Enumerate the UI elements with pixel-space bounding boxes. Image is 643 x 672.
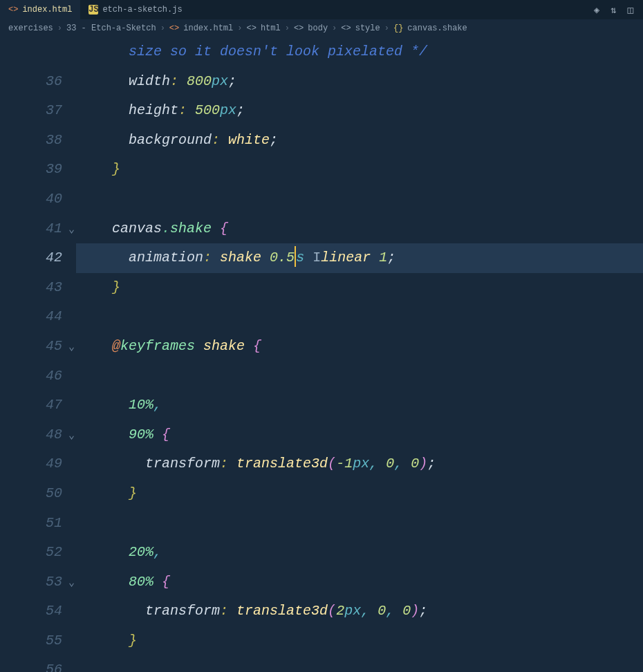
css-func: translate3d bbox=[236, 456, 328, 472]
tab-index-html[interactable]: <> index.html bbox=[0, 0, 80, 19]
css-value: 0 bbox=[378, 603, 386, 619]
crumb[interactable]: exercises bbox=[8, 24, 53, 33]
code-line[interactable] bbox=[76, 655, 643, 672]
chevron-right-icon: › bbox=[384, 24, 389, 33]
line-number: 43 bbox=[0, 273, 62, 303]
line-number: 51 bbox=[0, 509, 62, 539]
fold-chevron-icon[interactable]: ⌄ bbox=[68, 429, 75, 442]
css-prop: transform bbox=[145, 603, 220, 619]
line-number: 37 bbox=[0, 96, 62, 126]
line-number: 50 bbox=[0, 479, 62, 509]
css-value: 2 bbox=[336, 603, 344, 619]
css-prop: height bbox=[129, 102, 178, 118]
css-value: 800 bbox=[187, 73, 212, 89]
css-class: shake bbox=[170, 221, 212, 236]
tab-etch-a-sketch[interactable]: JS etch-a-sketch.js bbox=[80, 0, 190, 19]
tab-label: etch-a-sketch.js bbox=[102, 5, 182, 15]
css-func: translate3d bbox=[236, 603, 328, 619]
css-unit: px bbox=[220, 102, 236, 118]
keyframe-pct: 20% bbox=[129, 544, 153, 560]
line-number: 42 bbox=[0, 243, 62, 273]
html-file-icon: <> bbox=[8, 5, 18, 15]
line-number: 38 bbox=[0, 126, 62, 156]
css-prop: background bbox=[129, 132, 212, 148]
code-line-current[interactable]: animation: shake 0.5s Ilinear 1; bbox=[76, 243, 643, 273]
css-unit: px bbox=[353, 456, 369, 472]
css-value: 0 bbox=[402, 603, 411, 619]
css-value: 0.5 bbox=[270, 250, 295, 265]
css-value: 0 bbox=[386, 456, 394, 472]
css-value: -1 bbox=[336, 456, 353, 472]
at-rule-name: keyframes bbox=[120, 338, 195, 354]
chevron-right-icon: › bbox=[285, 24, 290, 33]
line-number: 41 bbox=[0, 214, 62, 244]
code-line[interactable]: } bbox=[76, 626, 643, 656]
chevron-right-icon: › bbox=[57, 24, 62, 33]
split-editor-icon[interactable]: ◫ bbox=[628, 4, 633, 16]
line-number: 54 bbox=[0, 597, 62, 626]
css-prop: width bbox=[129, 73, 170, 89]
code-line[interactable]: 10%, bbox=[76, 391, 643, 420]
code-line[interactable]: } bbox=[76, 155, 643, 185]
at-rule: @ bbox=[112, 338, 120, 354]
compare-icon[interactable]: ⇅ bbox=[611, 4, 616, 16]
code-line[interactable]: transform: translate3d(-1px, 0, 0); bbox=[76, 449, 643, 479]
crumb[interactable]: canvas.shake bbox=[407, 24, 467, 33]
code-line[interactable]: 80% { bbox=[76, 568, 643, 597]
crumb[interactable]: body bbox=[308, 24, 328, 33]
comment-text: size so it doesn't look pixelated */ bbox=[129, 44, 427, 59]
html-file-icon: <> bbox=[169, 24, 179, 33]
tag-icon: <> bbox=[341, 24, 351, 33]
line-number: 52 bbox=[0, 538, 62, 568]
tab-bar: <> index.html JS etch-a-sketch.js ◈ ⇅ ◫ bbox=[0, 0, 643, 19]
code-line[interactable]: background: white; bbox=[76, 126, 643, 156]
line-number: 56 bbox=[0, 655, 62, 672]
code-line[interactable]: width: 800px; bbox=[76, 67, 643, 97]
crumb[interactable]: style bbox=[355, 24, 380, 33]
code-line[interactable]: canvas.shake { bbox=[76, 214, 643, 244]
css-value: shake bbox=[220, 250, 261, 265]
editor-title-actions: ◈ ⇅ ◫ bbox=[594, 4, 643, 16]
code-line[interactable] bbox=[76, 509, 643, 539]
line-number-gutter: 363738394041⌄42434445⌄464748⌄4950515253⌄… bbox=[0, 37, 76, 672]
code-line[interactable]: height: 500px; bbox=[76, 96, 643, 126]
chevron-right-icon: › bbox=[332, 24, 337, 33]
line-number bbox=[0, 37, 62, 67]
code-line[interactable]: transform: translate3d(2px, 0, 0); bbox=[76, 597, 643, 626]
line-number: 47 bbox=[0, 391, 62, 420]
code-line[interactable]: 20%, bbox=[76, 538, 643, 568]
css-value: 0 bbox=[411, 456, 419, 472]
crumb[interactable]: html bbox=[261, 24, 281, 33]
tab-label: index.html bbox=[22, 5, 72, 15]
crumb[interactable]: 33 - Etch-a-Sketch bbox=[66, 24, 156, 33]
code-line[interactable]: } bbox=[76, 479, 643, 509]
css-prop: animation bbox=[129, 250, 203, 265]
fold-chevron-icon[interactable]: ⌄ bbox=[68, 576, 75, 589]
line-number: 39 bbox=[0, 155, 62, 185]
source-control-icon[interactable]: ◈ bbox=[594, 4, 599, 16]
line-number: 44 bbox=[0, 302, 62, 332]
code-line[interactable] bbox=[76, 362, 643, 391]
keyframe-pct: 80% bbox=[129, 574, 153, 590]
breadcrumb[interactable]: exercises › 33 - Etch-a-Sketch › <> inde… bbox=[0, 19, 643, 37]
code-line[interactable]: size so it doesn't look pixelated */ bbox=[76, 37, 643, 67]
code-line[interactable]: @keyframes shake { bbox=[76, 332, 643, 362]
code-line[interactable] bbox=[76, 302, 643, 332]
css-value: white bbox=[228, 132, 270, 148]
css-unit: s bbox=[296, 250, 304, 265]
keyframes-name: shake bbox=[203, 338, 245, 354]
code-line[interactable]: } bbox=[76, 273, 643, 303]
line-number: 49 bbox=[0, 449, 62, 479]
code-line[interactable] bbox=[76, 185, 643, 214]
code-line[interactable]: 90% { bbox=[76, 420, 643, 450]
code-area[interactable]: size so it doesn't look pixelated */ wid… bbox=[76, 37, 643, 672]
keyframe-pct: 90% bbox=[129, 427, 153, 442]
line-number: 53 bbox=[0, 568, 62, 597]
css-value: 500 bbox=[195, 102, 220, 118]
text-cursor bbox=[295, 246, 296, 267]
line-number: 48 bbox=[0, 420, 62, 450]
editor[interactable]: 363738394041⌄42434445⌄464748⌄4950515253⌄… bbox=[0, 37, 643, 672]
fold-chevron-icon[interactable]: ⌄ bbox=[68, 340, 75, 353]
fold-chevron-icon[interactable]: ⌄ bbox=[68, 223, 75, 236]
crumb[interactable]: index.html bbox=[183, 24, 233, 33]
